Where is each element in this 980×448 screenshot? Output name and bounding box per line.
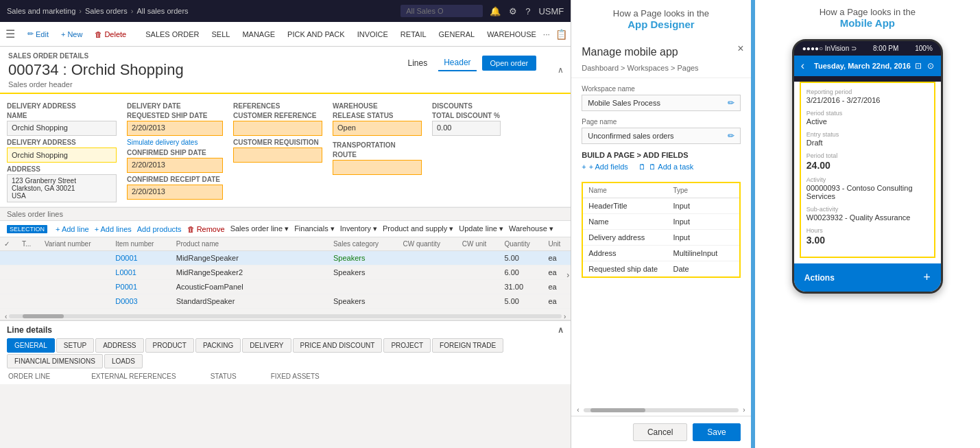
phone-nav-icon-1[interactable]: ⊡	[915, 61, 922, 71]
tab-setup[interactable]: SETUP	[56, 338, 94, 353]
inventory-dropdown[interactable]: Inventory ▾	[340, 224, 377, 233]
more-icon[interactable]: ···	[543, 30, 550, 39]
warehouse-tab[interactable]: WAREHOUSE	[481, 27, 542, 41]
scroll-left-arrow[interactable]: ‹	[3, 313, 9, 320]
general-tab[interactable]: GENERAL	[433, 27, 481, 41]
table-row[interactable]: L0001 MidRangeSpeaker2 Speakers 6.00 ea	[0, 266, 571, 280]
ribbon-icon-1[interactable]: 📋	[555, 29, 567, 40]
field-row[interactable]: Address MultilineInput	[582, 246, 739, 261]
invoice-tab[interactable]: INVOICE	[352, 27, 394, 41]
tab-loads[interactable]: LOADS	[104, 354, 143, 368]
retail-tab[interactable]: RETAIL	[395, 27, 432, 41]
cancel-button[interactable]: Cancel	[633, 423, 687, 441]
table-row[interactable]: T0001 SpeakerCable / Speaker cable 10 Ac…	[0, 309, 571, 314]
middle-annotation-intro: How a Page looks in the	[578, 8, 743, 19]
col-cw-qty[interactable]: CW quantity	[398, 237, 457, 251]
add-fields-link[interactable]: + + Add fields	[582, 163, 628, 171]
tab-general[interactable]: GENERAL	[7, 338, 55, 353]
add-task-link[interactable]: 🗒 🗒 Add a task	[638, 163, 693, 171]
phone-nav-icon-2[interactable]: ⊙	[927, 61, 934, 71]
modal-close-button[interactable]: ×	[737, 43, 743, 55]
sub-activity-field: Sub-activity W0023932 - Quality Assuranc…	[806, 206, 929, 222]
col-cw-unit[interactable]: CW unit	[458, 237, 501, 251]
product-supply-dropdown[interactable]: Product and supply ▾	[383, 224, 453, 233]
breadcrumb-all-sales-orders[interactable]: All sales orders	[136, 7, 188, 15]
col-qty[interactable]: Quantity	[501, 237, 545, 251]
edit-button[interactable]: ✏ Edit	[22, 27, 54, 41]
modal-scroll-thumb[interactable]	[590, 408, 645, 412]
phone-nav-bar: ‹ Tuesday, March 22nd, 2016 ⊡ ⊙	[794, 56, 941, 76]
add-products-link[interactable]: Add products	[137, 225, 182, 233]
scroll-track[interactable]	[9, 314, 562, 318]
col-product[interactable]: Product name	[172, 237, 329, 251]
delete-button[interactable]: 🗑 Delete	[89, 27, 132, 41]
question-icon[interactable]: ?	[525, 6, 530, 16]
tab-packing[interactable]: PACKING	[195, 338, 241, 353]
col-category[interactable]: Sales category	[329, 237, 398, 251]
phone-actions-bar[interactable]: Actions +	[794, 263, 941, 292]
modal-scroll-right[interactable]: ›	[741, 406, 747, 414]
remove-link[interactable]: 🗑 Remove	[187, 225, 225, 233]
delivery-addr-value[interactable]: Orchid Shopping	[7, 148, 117, 163]
financials-dropdown[interactable]: Financials ▾	[294, 224, 335, 233]
modal-scroll-bar: ‹ ›	[571, 404, 750, 416]
sales-order-line-dropdown[interactable]: Sales order line ▾	[230, 224, 289, 233]
line-details-collapse[interactable]: ∧	[558, 325, 564, 335]
field-row[interactable]: Requested ship date Date	[582, 261, 739, 278]
breadcrumb-sales-orders[interactable]: Sales orders	[85, 7, 128, 15]
table-scroll-right[interactable]: ›	[566, 270, 569, 280]
tab-project[interactable]: PROJECT	[383, 338, 431, 353]
col-check[interactable]: ✓	[0, 237, 18, 251]
table-row[interactable]: D0001 MidRangeSpeaker Speakers 5.00 ea	[0, 251, 571, 266]
header-tab[interactable]: Header	[438, 55, 476, 71]
tab-foreign-trade[interactable]: FOREIGN TRADE	[432, 338, 503, 353]
phone-battery: 100%	[915, 45, 933, 52]
tab-address[interactable]: ADDRESS	[95, 338, 143, 353]
sell-tab[interactable]: SELL	[206, 27, 235, 41]
col-unit[interactable]: Unit	[544, 237, 571, 251]
entry-status-field: Entry status Draft	[806, 131, 929, 147]
col-variant[interactable]: Variant number	[40, 237, 111, 251]
simulate-dates-link[interactable]: Simulate delivery dates	[127, 139, 223, 146]
new-button[interactable]: + New	[56, 27, 88, 41]
phone-actions-plus-icon[interactable]: +	[923, 270, 931, 285]
scroll-right-arrow[interactable]: ›	[562, 313, 568, 320]
add-line-link[interactable]: + Add line	[56, 225, 89, 233]
open-order-button[interactable]: Open order	[482, 56, 537, 71]
modal-scroll-left[interactable]: ‹	[575, 406, 581, 414]
phone-back-button[interactable]: ‹	[801, 60, 804, 72]
table-row[interactable]: P0001 AcousticFoamPanel 31.00 ea	[0, 280, 571, 294]
update-line-dropdown[interactable]: Update line ▾	[459, 224, 503, 233]
tab-financial-dims[interactable]: FINANCIAL DIMENSIONS	[7, 354, 103, 368]
tab-delivery[interactable]: DELIVERY	[242, 338, 291, 353]
tab-price-discount[interactable]: PRICE AND DISCOUNT	[293, 338, 383, 353]
page-field-group: Page name Unconfirmed sales orders ✏	[582, 118, 740, 144]
pick-pack-tab[interactable]: PICK AND PACK	[282, 27, 350, 41]
field-row[interactable]: HeaderTitle Input	[582, 198, 739, 214]
bell-icon[interactable]: 🔔	[490, 6, 501, 16]
col-item[interactable]: Item number	[111, 237, 171, 251]
collapse-icon[interactable]: ∧	[558, 65, 564, 75]
field-row[interactable]: Name Input	[582, 214, 739, 230]
add-lines-link[interactable]: + Add lines	[95, 225, 132, 233]
hamburger-menu[interactable]: ☰	[5, 27, 15, 40]
manage-tab[interactable]: MANAGE	[237, 27, 280, 41]
col-t[interactable]: T...	[18, 237, 40, 251]
workspace-edit-icon[interactable]: ✏	[728, 98, 734, 108]
page-edit-icon[interactable]: ✏	[728, 131, 734, 141]
tab-product[interactable]: PRODUCT	[145, 338, 194, 353]
form-fields-area: DELIVERY ADDRESS Name Orchid Shopping De…	[0, 94, 571, 207]
top-search-input[interactable]	[401, 5, 483, 17]
lines-tab[interactable]: Lines	[403, 56, 433, 71]
selection-badge: SELECTION	[7, 225, 47, 233]
sales-order-lines-label: Sales order lines	[0, 207, 571, 221]
warehouse-dropdown[interactable]: Warehouse ▾	[509, 224, 553, 233]
field-row[interactable]: Delivery address Input	[582, 230, 739, 246]
sales-order-tab[interactable]: SALES ORDER	[140, 27, 204, 41]
table-row[interactable]: D0003 StandardSpeaker Speakers 5.00 ea	[0, 294, 571, 309]
gear-icon[interactable]: ⚙	[509, 6, 517, 16]
user-icon[interactable]: USMF	[538, 6, 564, 16]
breadcrumb-sales-marketing[interactable]: Sales and marketing	[7, 7, 75, 15]
scroll-thumb[interactable]	[23, 314, 64, 318]
save-button[interactable]: Save	[693, 423, 740, 441]
